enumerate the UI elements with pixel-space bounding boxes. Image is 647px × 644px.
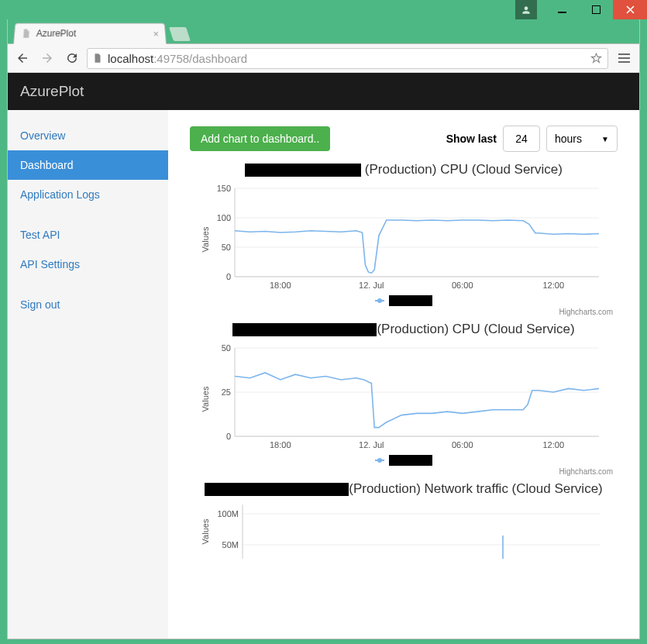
svg-text:0: 0 [226, 432, 231, 441]
url-host: localhost [108, 52, 153, 65]
page: AzurePlot Overview Dashboard Application… [8, 73, 639, 639]
redacted-text [389, 295, 432, 306]
chart-credit[interactable]: Highcharts.com [190, 467, 613, 476]
sidebar-item-api-settings[interactable]: API Settings [8, 250, 168, 279]
chart-plot[interactable]: 0255018:0012. Jul06:0012:00 [208, 345, 604, 453]
maximize-icon [592, 5, 601, 14]
svg-text:0: 0 [226, 272, 231, 281]
sidebar-item-dashboard[interactable]: Dashboard [8, 150, 168, 180]
select-value: hours [555, 133, 582, 145]
site-icon [92, 53, 103, 64]
app-navbar: AzurePlot [8, 73, 639, 110]
os-titlebar [0, 0, 647, 19]
nav-reload-button[interactable] [62, 48, 82, 68]
svg-text:150: 150 [217, 185, 231, 193]
svg-text:50: 50 [222, 345, 231, 353]
new-tab-button[interactable] [169, 27, 191, 41]
chart-legend[interactable] [190, 295, 618, 306]
redacted-text [389, 455, 432, 466]
browser-window: AzurePlot × localhost:49758/dashboard Az… [7, 19, 640, 639]
chevron-down-icon: ▼ [601, 135, 609, 143]
show-last-qty-input[interactable] [503, 126, 540, 152]
nav-back-button[interactable] [12, 48, 33, 68]
browser-tab-strip: AzurePlot × [8, 19, 639, 44]
chart-panel: (Production) Network traffic (Cloud Serv… [190, 480, 618, 559]
svg-text:100M: 100M [217, 509, 239, 518]
redacted-text [205, 483, 349, 496]
chart-plot[interactable]: 100M50M [208, 505, 604, 559]
tab-close-icon[interactable]: × [153, 28, 160, 40]
redacted-text [232, 323, 377, 336]
close-icon [626, 5, 635, 14]
os-close-button[interactable] [613, 0, 647, 19]
tab-title: AzurePlot [36, 28, 76, 39]
sidebar-item-application-logs[interactable]: Application Logs [8, 180, 168, 209]
legend-marker-icon [375, 300, 384, 301]
show-last-unit-select[interactable]: hours ▼ [546, 126, 618, 152]
os-maximize-button[interactable] [579, 0, 613, 19]
arrow-right-icon [40, 51, 54, 65]
nav-forward-button [37, 48, 57, 68]
chart-title: (Production) Network traffic (Cloud Serv… [190, 480, 618, 498]
sidebar-item-overview[interactable]: Overview [8, 121, 168, 150]
user-icon [521, 5, 532, 15]
chart-panel: (Production) CPU (Cloud Service) Values … [190, 321, 618, 476]
main-content: Add chart to dashboard.. Show last hours… [168, 110, 639, 639]
chart-title: (Production) CPU (Cloud Service) [190, 321, 618, 339]
svg-text:06:00: 06:00 [452, 281, 473, 290]
menu-icon [618, 53, 630, 55]
browser-toolbar: localhost:49758/dashboard [8, 44, 639, 73]
browser-menu-button[interactable] [613, 48, 635, 68]
page-icon [21, 28, 33, 39]
dashboard-toolbar: Add chart to dashboard.. Show last hours… [190, 126, 618, 152]
chart-plot[interactable]: 05010015018:0012. Jul06:0012:00 [208, 185, 604, 294]
svg-text:06:00: 06:00 [452, 440, 473, 449]
svg-rect-0 [558, 12, 566, 13]
address-bar[interactable]: localhost:49758/dashboard [87, 48, 608, 69]
url-path: /dashboard [189, 52, 247, 65]
bookmark-star-icon[interactable] [590, 52, 603, 65]
url-port: :49758 [153, 52, 189, 65]
reload-icon [65, 51, 79, 65]
chart-legend[interactable] [190, 455, 618, 466]
chart-credit[interactable]: Highcharts.com [190, 308, 613, 316]
chart-title: (Production) CPU (Cloud Service) [190, 161, 618, 179]
svg-text:18:00: 18:00 [270, 440, 291, 449]
os-profile-button[interactable] [515, 0, 537, 19]
sidebar: Overview Dashboard Application Logs Test… [8, 110, 168, 639]
legend-marker-icon [375, 460, 384, 461]
chart-panel: (Production) CPU (Cloud Service) Values … [190, 161, 618, 316]
browser-tab[interactable]: AzurePlot × [13, 23, 167, 44]
svg-text:18:00: 18:00 [270, 281, 291, 290]
svg-rect-1 [592, 5, 601, 14]
svg-text:50: 50 [222, 243, 231, 252]
sidebar-item-test-api[interactable]: Test API [8, 220, 168, 250]
svg-text:12. Jul: 12. Jul [359, 281, 384, 290]
os-minimize-button[interactable] [545, 0, 579, 19]
add-chart-button[interactable]: Add chart to dashboard.. [190, 126, 330, 151]
svg-text:12:00: 12:00 [542, 440, 564, 449]
sidebar-item-sign-out[interactable]: Sign out [8, 290, 168, 319]
svg-text:12:00: 12:00 [542, 281, 564, 290]
app-brand[interactable]: AzurePlot [20, 83, 84, 100]
svg-text:50M: 50M [222, 540, 239, 549]
svg-text:25: 25 [222, 387, 231, 397]
minimize-icon [558, 5, 566, 14]
show-last-label: Show last [446, 133, 497, 145]
svg-text:100: 100 [217, 213, 231, 222]
redacted-text [245, 164, 361, 177]
arrow-left-icon [15, 51, 29, 65]
svg-text:12. Jul: 12. Jul [359, 440, 384, 449]
